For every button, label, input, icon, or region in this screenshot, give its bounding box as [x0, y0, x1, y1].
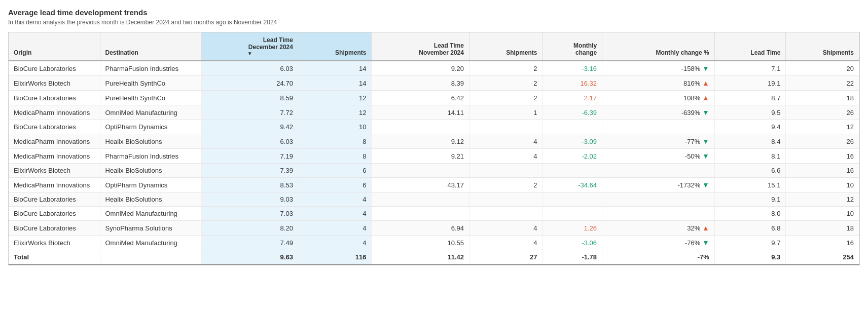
cell-ship-dec: 14 — [298, 61, 372, 76]
cell-destination: PureHealth SynthCo — [100, 76, 201, 91]
cell-origin: MedicaPharm Innovations — [9, 149, 100, 164]
cell-destination: Healix BioSolutions — [100, 134, 201, 149]
cell-ship-nov: 4 — [469, 149, 542, 164]
cell-destination: PharmaFusion Industries — [100, 149, 201, 164]
cell-ship-dec: 8 — [298, 149, 372, 164]
cell-origin: BioCure Laboratories — [9, 192, 100, 207]
cell-monthly-pct: 108% ▲ — [602, 91, 715, 105]
cell-ship-dec: 6 — [298, 178, 372, 192]
cell-ship-nov: 2 — [469, 178, 542, 192]
cell-ship-nov — [469, 207, 542, 221]
cell-monthly-change: -6.39 — [542, 105, 602, 120]
trend-down-icon: ▼ — [702, 239, 709, 247]
trend-up-icon: ▲ — [702, 224, 709, 232]
col-header-ship-nov: Shipments — [469, 32, 542, 61]
table-body: BioCure Laboratories PharmaFusion Indust… — [9, 61, 859, 264]
cell-lt-dec: 7.03 — [201, 207, 298, 221]
col-header-lt-dec[interactable]: Lead TimeDecember 2024 ▼ — [201, 32, 298, 61]
cell-lt-nov: 8.39 — [372, 76, 469, 91]
cell-lt-dec: 7.39 — [201, 164, 298, 178]
cell-ship-avg: 16 — [786, 164, 859, 178]
cell-origin: BioCure Laboratories — [9, 221, 100, 236]
cell-lt-avg: 6.6 — [714, 164, 786, 178]
cell-origin: MedicaPharm Innovations — [9, 105, 100, 120]
cell-lt-dec: 8.59 — [201, 91, 298, 105]
cell-ship-avg: 16 — [786, 236, 859, 250]
cell-lt-dec: 6.03 — [201, 134, 298, 149]
trend-up-icon: ▲ — [702, 94, 709, 102]
cell-monthly-change: 1.26 — [542, 221, 602, 236]
trend-down-icon: ▼ — [702, 181, 709, 189]
cell-monthly-change: -3.16 — [542, 61, 602, 76]
cell-lt-nov: 9.21 — [372, 149, 469, 164]
cell-lt-nov: 10.55 — [372, 236, 469, 250]
cell-ship-dec: 4 — [298, 207, 372, 221]
col-header-monthly-pct: Monthly change % — [602, 32, 715, 61]
cell-ship-dec: 12 — [298, 91, 372, 105]
cell-monthly-pct: -50% ▼ — [602, 149, 715, 164]
cell-lt-dec: 9.03 — [201, 192, 298, 207]
cell-ship-avg: 26 — [786, 105, 859, 120]
cell-total-monthly-change: -1.78 — [542, 250, 602, 265]
cell-lt-avg: 8.7 — [714, 91, 786, 105]
trend-down-icon: ▼ — [702, 108, 709, 117]
cell-lt-dec: 8.20 — [201, 221, 298, 236]
cell-ship-nov — [469, 120, 542, 134]
cell-total-lt-nov: 11.42 — [372, 250, 469, 265]
cell-ship-nov: 4 — [469, 236, 542, 250]
cell-lt-avg: 9.4 — [714, 120, 786, 134]
cell-destination: OmniMed Manufacturing — [100, 207, 201, 221]
cell-lt-nov — [372, 120, 469, 134]
cell-lt-dec: 9.42 — [201, 120, 298, 134]
cell-lt-nov — [372, 192, 469, 207]
cell-ship-nov — [469, 164, 542, 178]
cell-destination: OmniMed Manufacturing — [100, 236, 201, 250]
cell-total-monthly-pct: -7% — [602, 250, 715, 265]
cell-destination: Healix BioSolutions — [100, 192, 201, 207]
col-header-ship-dec: Shipments — [298, 32, 372, 61]
cell-monthly-change: -34.64 — [542, 178, 602, 192]
col-header-monthly-change: Monthlychange — [542, 32, 602, 61]
table-row: ElixirWorks Biotech Healix BioSolutions … — [9, 164, 859, 178]
cell-lt-nov: 9.12 — [372, 134, 469, 149]
cell-monthly-change — [542, 120, 602, 134]
cell-lt-avg: 8.1 — [714, 149, 786, 164]
cell-monthly-pct: -639% ▼ — [602, 105, 715, 120]
table-row: ElixirWorks Biotech PureHealth SynthCo 2… — [9, 76, 859, 91]
cell-ship-nov: 2 — [469, 76, 542, 91]
cell-origin: BioCure Laboratories — [9, 61, 100, 76]
cell-lt-dec: 8.53 — [201, 178, 298, 192]
cell-monthly-change — [542, 207, 602, 221]
cell-destination: PharmaFusion Industries — [100, 61, 201, 76]
cell-total-label: Total — [9, 250, 100, 265]
cell-lt-dec: 7.49 — [201, 236, 298, 250]
cell-ship-avg: 10 — [786, 207, 859, 221]
cell-monthly-pct — [602, 192, 715, 207]
sort-icon-lt-dec: ▼ — [207, 51, 293, 56]
cell-ship-avg: 26 — [786, 134, 859, 149]
cell-total-lt-dec: 9.63 — [201, 250, 298, 265]
cell-ship-nov: 4 — [469, 221, 542, 236]
cell-lt-nov — [372, 164, 469, 178]
table-row: ElixirWorks Biotech OmniMed Manufacturin… — [9, 236, 859, 250]
cell-lt-nov: 14.11 — [372, 105, 469, 120]
cell-destination: OptiPharm Dynamics — [100, 120, 201, 134]
cell-ship-dec: 4 — [298, 236, 372, 250]
cell-origin: BioCure Laboratories — [9, 120, 100, 134]
trend-down-icon: ▼ — [702, 152, 709, 160]
col-header-ship-avg: Shipments — [786, 32, 859, 61]
cell-ship-nov: 2 — [469, 61, 542, 76]
cell-ship-avg: 10 — [786, 178, 859, 192]
col-header-lt-nov: Lead TimeNovember 2024 — [372, 32, 469, 61]
cell-total-ship-avg: 254 — [786, 250, 859, 265]
cell-lt-nov: 43.17 — [372, 178, 469, 192]
page-container: Average lead time development trends In … — [8, 8, 860, 265]
cell-lt-dec: 7.72 — [201, 105, 298, 120]
cell-lt-avg: 6.8 — [714, 221, 786, 236]
cell-monthly-pct: 816% ▲ — [602, 76, 715, 91]
cell-lt-avg: 15.1 — [714, 178, 786, 192]
cell-origin: ElixirWorks Biotech — [9, 164, 100, 178]
cell-lt-avg: 9.7 — [714, 236, 786, 250]
trend-down-icon: ▼ — [702, 64, 709, 72]
cell-origin: MedicaPharm Innovations — [9, 178, 100, 192]
